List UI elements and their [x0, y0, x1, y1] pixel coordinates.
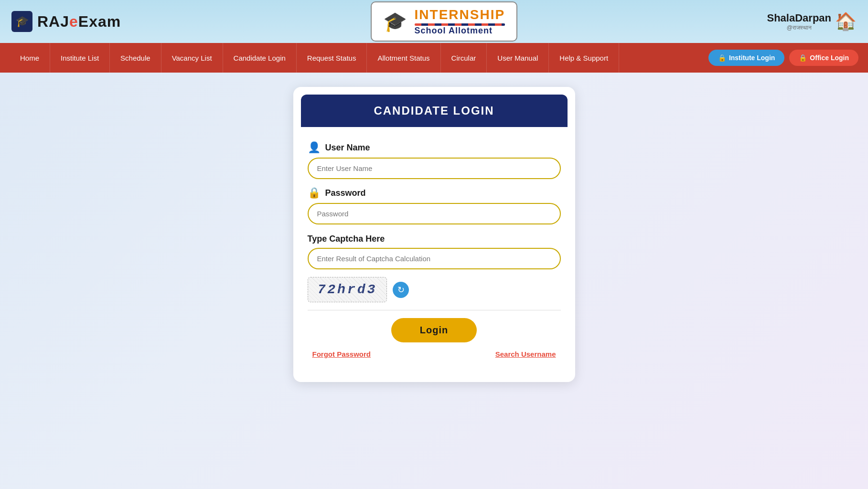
shala-darpan-logo: ShalaDarpan @राजस्थान — [767, 12, 832, 31]
nav-schedule[interactable]: Schedule — [110, 43, 161, 73]
nav-allotment-status[interactable]: Allotment Status — [367, 43, 440, 73]
nav-circular[interactable]: Circular — [441, 43, 487, 73]
login-btn-row: Login — [308, 318, 561, 342]
header: 🎓 RAJeExam 🎓 INTERNSHIP School Allotment… — [0, 0, 868, 43]
captcha-input[interactable] — [308, 248, 561, 269]
office-login-button[interactable]: 🔒 Office Login — [789, 50, 858, 66]
captcha-label: Type Captcha Here — [308, 234, 561, 244]
password-input[interactable] — [308, 203, 561, 224]
username-label-row: 👤 User Name — [308, 141, 561, 154]
nav-user-manual[interactable]: User Manual — [487, 43, 549, 73]
user-icon: 👤 — [308, 141, 321, 154]
password-label: Password — [325, 188, 366, 198]
nav-request-status[interactable]: Request Status — [297, 43, 367, 73]
nav-help-support[interactable]: Help & Support — [549, 43, 619, 73]
username-label: User Name — [325, 143, 370, 153]
header-right: ShalaDarpan @राजस्थान 🏠 — [767, 11, 857, 32]
login-card-title: CANDIDATE LOGIN — [301, 95, 568, 127]
login-card: CANDIDATE LOGIN 👤 User Name 🔒 Password T… — [293, 87, 575, 382]
logo-left: 🎓 RAJeExam — [11, 11, 121, 32]
lock-icon-office: 🔒 — [799, 54, 807, 62]
login-button[interactable]: Login — [391, 318, 477, 342]
nav-vacancy-list[interactable]: Vacancy List — [161, 43, 223, 73]
header-center-logo: 🎓 INTERNSHIP School Allotment — [371, 1, 518, 42]
logo-raj: RAJ — [37, 13, 69, 30]
logo-exam: Exam — [78, 13, 121, 30]
captcha-area: 72hrd3 ↻ — [308, 277, 561, 302]
search-username-link[interactable]: Search Username — [495, 350, 556, 358]
internship-title: INTERNSHIP School Allotment — [415, 7, 505, 36]
logo-je: e — [69, 13, 78, 30]
login-form: 👤 User Name 🔒 Password Type Captcha Here… — [293, 127, 575, 368]
main-content: CANDIDATE LOGIN 👤 User Name 🔒 Password T… — [0, 73, 868, 483]
institute-login-button[interactable]: 🔒 Institute Login — [708, 50, 784, 66]
captcha-image: 72hrd3 — [308, 277, 387, 302]
username-input[interactable] — [308, 158, 561, 179]
links-row: Forgot Password Search Username — [308, 350, 561, 358]
rajasthan-text: @राजस्थान — [787, 24, 812, 31]
captcha-refresh-button[interactable]: ↻ — [393, 282, 409, 298]
logo-icon: 🎓 — [11, 11, 32, 32]
nav-candidate-login[interactable]: Candidate Login — [223, 43, 297, 73]
shala-text: ShalaDarpan — [767, 12, 832, 24]
lock-field-icon: 🔒 — [308, 187, 321, 199]
forgot-password-link[interactable]: Forgot Password — [312, 350, 371, 358]
house-icon: 🏠 — [835, 11, 857, 32]
password-label-row: 🔒 Password — [308, 187, 561, 199]
lock-icon: 🔒 — [718, 54, 726, 62]
graduation-icon: 🎓 — [383, 11, 407, 33]
navbar: Home Institute List Schedule Vacancy Lis… — [0, 43, 868, 73]
internship-small-title: School Allotment — [415, 26, 493, 36]
nav-home[interactable]: Home — [10, 43, 50, 73]
separator — [308, 310, 561, 310]
nav-institute-list[interactable]: Institute List — [50, 43, 110, 73]
logo-text: RAJeExam — [37, 13, 121, 31]
internship-big-title: INTERNSHIP — [415, 7, 505, 22]
